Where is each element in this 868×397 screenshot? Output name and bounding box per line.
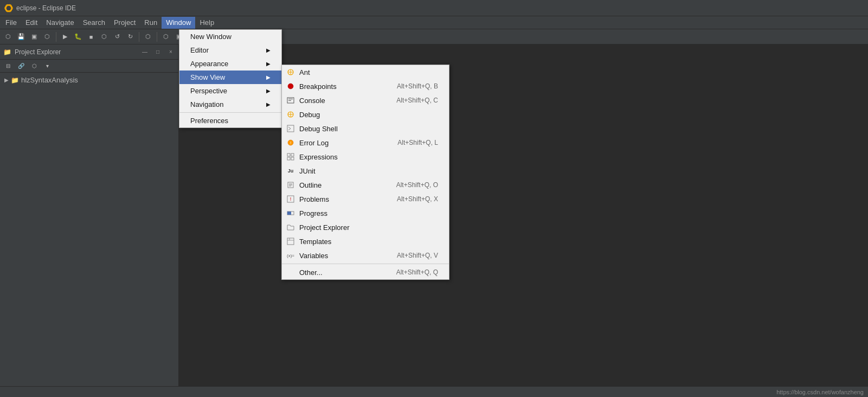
variables-icon: (x)= [286,251,295,260]
tree-folder-icon: 📁 [11,76,19,84]
submenu-progress[interactable]: Progress [282,206,449,220]
submenu-templates[interactable]: Templates [282,234,449,248]
toolbar-btn5[interactable]: ↻ [124,31,136,43]
debug-icon [286,110,295,119]
sidebar-close-btn[interactable]: × [166,48,175,56]
show-view-submenu: Ant Breakpoints Alt+Shift+Q, B Console A… [281,65,449,280]
svg-rect-18 [287,153,290,156]
perspective-submenu-arrow: ▶ [266,88,271,94]
ant-icon [286,68,295,76]
menu-help[interactable]: Help [195,17,218,29]
sidebar-maximize-btn[interactable]: □ [153,48,162,56]
app-icon [4,4,13,12]
toolbar: ⬡ 💾 ▣ ⬡ ▶ 🐛 ■ ⬡ ↺ ↻ ⬡ ⬡ ▣ ◀ ▶ ⬡ [0,29,868,44]
sidebar: 📁 Project Explorer — □ × ⊟ 🔗 ⬡ ▾ ▶ 📁 hlz… [0,44,179,397]
toolbar-btn6[interactable]: ⬡ [142,31,154,43]
menubar: File Edit Navigate Search Project Run Wi… [0,16,868,29]
menu-edit[interactable]: Edit [21,17,42,29]
toolbar-stop[interactable]: ■ [85,31,97,43]
show-view-submenu-arrow: ▶ [266,74,271,80]
svg-point-2 [4,4,13,12]
editor-submenu-arrow: ▶ [266,47,271,53]
menu-window[interactable]: Window [162,17,195,29]
submenu-other[interactable]: Other... Alt+Shift+Q, Q [282,265,449,279]
toolbar-save[interactable]: 💾 [15,31,27,43]
menu-appearance[interactable]: Appearance ▶ [179,57,281,71]
menu-project[interactable]: Project [110,17,140,29]
window-title: eclipse - Eclipse IDE [16,4,76,12]
tree-item-label: hlzSyntaxAnalysis [21,76,78,84]
svg-rect-30 [287,238,294,245]
svg-rect-19 [291,153,294,156]
submenu-variables[interactable]: (x)= Variables Alt+Shift+Q, V [282,248,449,262]
window-menu-dropdown: New Window Editor ▶ Appearance ▶ Show Vi… [179,29,282,128]
menu-run[interactable]: Run [140,17,162,29]
submenu-project-explorer[interactable]: Project Explorer [282,220,449,234]
submenu-outline[interactable]: Outline Alt+Shift+Q, O [282,178,449,192]
submenu-error-log[interactable]: ! Error Log Alt+Shift+Q, L [282,136,449,150]
toolbar-sep3 [157,32,157,42]
toolbar-btn2[interactable]: ⬡ [41,31,53,43]
problems-icon: ! [286,195,295,203]
sidebar-minimize-btn[interactable]: — [140,48,149,56]
submenu-problems[interactable]: ! Problems Alt+Shift+Q, X [282,192,449,206]
tree-item-hlzsyntaxanalysis[interactable]: ▶ 📁 hlzSyntaxAnalysis [0,75,178,85]
toolbar-debug[interactable]: 🐛 [72,31,84,43]
menu-navigate[interactable]: Navigate [42,17,78,29]
menu-preferences[interactable]: Preferences [179,114,281,127]
toolbar-run[interactable]: ▶ [59,31,71,43]
debug-shell-icon [286,124,295,133]
navigation-submenu-arrow: ▶ [266,101,271,107]
menu-show-view[interactable]: Show View ▶ [179,71,281,84]
appearance-submenu-arrow: ▶ [266,61,271,67]
outline-icon [286,181,295,189]
sidebar-header: 📁 Project Explorer — □ × [0,44,178,60]
show-view-separator [282,264,449,264]
expressions-icon [286,152,295,161]
toolbar-sep1 [56,32,56,42]
sidebar-collapse-btn[interactable]: ⊟ [2,60,14,72]
toolbar-new[interactable]: ⬡ [2,31,14,43]
junit-icon: Ju [286,167,295,175]
svg-rect-29 [287,212,291,215]
toolbar-btn3[interactable]: ⬡ [98,31,110,43]
svg-rect-20 [287,157,290,160]
svg-rect-8 [288,99,293,99]
project-explorer-icon: 📁 [3,48,11,56]
menu-search[interactable]: Search [79,17,110,29]
svg-text:!: ! [290,196,292,202]
status-url: https://blog.csdn.net/wofanzheng [776,389,864,395]
submenu-console[interactable]: Console Alt+Shift+Q, C [282,93,449,107]
svg-rect-9 [288,100,291,101]
sidebar-viewmenu-btn[interactable]: ▾ [41,60,53,72]
project-explorer-icon-sub [286,223,295,232]
statusbar: https://blog.csdn.net/wofanzheng [0,386,868,397]
menu-new-window[interactable]: New Window [179,30,281,43]
toolbar-btn4[interactable]: ↺ [111,31,123,43]
breakpoints-icon [286,82,295,91]
menu-perspective[interactable]: Perspective ▶ [179,84,281,98]
svg-rect-21 [291,157,294,160]
titlebar: eclipse - Eclipse IDE [0,0,868,16]
toolbar-sep2 [139,32,139,42]
toolbar-btn7[interactable]: ⬡ [160,31,172,43]
sidebar-tab-label: Project Explorer [15,48,61,56]
submenu-debug[interactable]: Debug [282,107,449,121]
submenu-expressions[interactable]: Expressions [282,150,449,164]
submenu-junit[interactable]: Ju JUnit [282,164,449,178]
submenu-debug-shell[interactable]: Debug Shell [282,121,449,136]
window-menu-separator [179,112,281,113]
toolbar-btn1[interactable]: ▣ [28,31,40,43]
progress-icon [286,209,295,217]
tree-expand-arrow: ▶ [4,77,9,83]
sidebar-filter-btn[interactable]: ⬡ [28,60,40,72]
submenu-ant[interactable]: Ant [282,65,449,79]
menu-file[interactable]: File [1,17,21,29]
error-log-icon: ! [286,138,295,147]
svg-text:!: ! [290,140,291,145]
project-tree: ▶ 📁 hlzSyntaxAnalysis [0,73,178,397]
menu-navigation[interactable]: Navigation ▶ [179,98,281,111]
sidebar-link-btn[interactable]: 🔗 [15,60,27,72]
menu-editor[interactable]: Editor ▶ [179,43,281,57]
submenu-breakpoints[interactable]: Breakpoints Alt+Shift+Q, B [282,79,449,93]
